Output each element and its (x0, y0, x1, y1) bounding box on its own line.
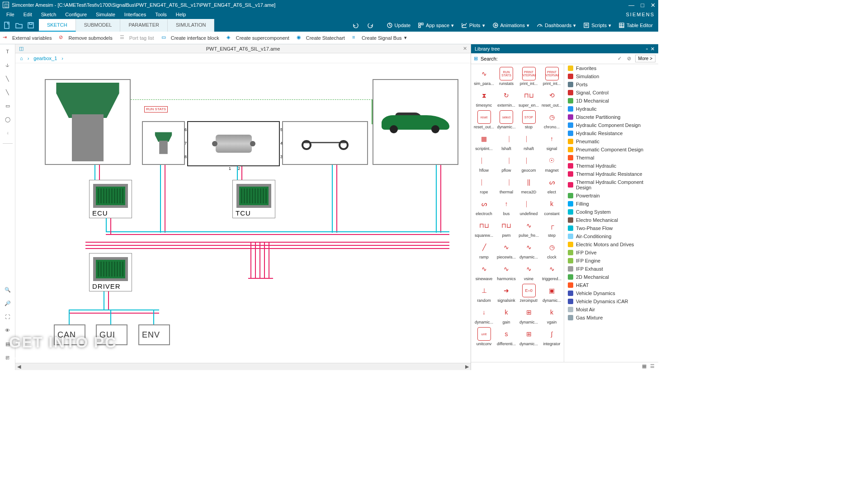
library-pin-icon[interactable]: ▫ (646, 46, 648, 52)
palette-item[interactable]: kconstant (541, 196, 563, 217)
save-icon[interactable] (25, 20, 36, 31)
remove-submodels-button[interactable]: ⊘Remove submodels (59, 34, 112, 42)
palette-item[interactable]: kgain (496, 305, 517, 325)
palette-item[interactable]: ⊓⊔squarew... (473, 218, 495, 239)
menu-configure[interactable]: Configure (61, 11, 90, 18)
ecu-block[interactable]: ECU (89, 180, 132, 218)
palette-item[interactable]: kvgain (541, 305, 563, 325)
category-item[interactable]: Thermal Hydraulic Component Design (564, 178, 658, 192)
menu-interfaces[interactable]: Interfaces (121, 11, 150, 18)
rect-tool-icon[interactable]: ▭ (3, 101, 12, 110)
palette-item[interactable]: ⟲reset_out... (541, 88, 563, 108)
palette-item[interactable]: ⎹thermal (496, 174, 517, 195)
mode-sketch[interactable]: SKETCH (39, 19, 76, 32)
category-item[interactable]: Pneumatic (564, 137, 658, 145)
menu-file[interactable]: File (3, 11, 18, 18)
zoom-fit-icon[interactable]: ⛶ (3, 312, 12, 321)
new-file-icon[interactable] (2, 20, 13, 31)
scripts-button[interactable]: Scripts ▾ (580, 21, 614, 30)
category-item[interactable]: Electro Mechanical (564, 216, 658, 224)
animations-button[interactable]: Animations ▾ (490, 21, 532, 30)
palette-item[interactable]: ↻externin... (496, 88, 517, 108)
category-item[interactable]: HEAT (564, 281, 658, 289)
palette-item[interactable]: ∿piecewis... (496, 239, 517, 260)
category-item[interactable]: Hydraulic Component Design (564, 121, 658, 129)
category-item[interactable]: Electric Motors and Drives (564, 240, 658, 249)
palette-item[interactable]: PRINT INTERVALprint_int... (518, 66, 540, 87)
palette-item[interactable]: ∿sim_para... (473, 66, 495, 87)
palette-item[interactable]: ∿vsine (518, 261, 540, 282)
line-tool-icon[interactable]: ╲ (3, 74, 12, 83)
category-item[interactable]: Thermal Hydraulic (564, 162, 658, 170)
palette-item[interactable]: unitunitconv (473, 326, 495, 347)
palette-item[interactable]: ⎹lshaft (496, 131, 517, 152)
chassis-block[interactable] (282, 121, 368, 165)
zoom-out-icon[interactable]: 🔎 (3, 299, 12, 308)
palette-item[interactable]: ⊞dynamic... (518, 326, 540, 347)
text-tool-icon[interactable]: T (3, 47, 12, 56)
library-view-list-icon[interactable]: ☰ (650, 363, 655, 369)
palette-item[interactable]: ⎸geocom (518, 153, 540, 174)
palette-item[interactable]: E=0zeroinput! (518, 283, 540, 304)
create-interface-block-button[interactable]: ▭Create interface block (161, 34, 219, 42)
category-item[interactable]: Two-Phase Flow (564, 224, 658, 232)
category-item[interactable]: Moist Air (564, 305, 658, 314)
category-item[interactable]: 1D Mechanical (564, 97, 658, 105)
palette-item[interactable]: selectdynamic... (496, 109, 517, 130)
scroll-right-icon[interactable]: ▶ (463, 364, 471, 370)
palette-item[interactable]: ┌step (541, 218, 563, 239)
palette-item[interactable]: ⊓⊔pwm (496, 218, 517, 239)
library-view-grid-icon[interactable]: ▦ (642, 363, 646, 369)
category-item[interactable]: Vehicle Dynamics (564, 289, 658, 297)
vehicle-block[interactable] (373, 79, 458, 165)
category-item[interactable]: Filling (564, 200, 658, 208)
category-item[interactable]: Vehicle Dynamics iCAR (564, 297, 658, 305)
redo-button[interactable] (364, 20, 377, 30)
open-file-icon[interactable] (14, 20, 24, 31)
palette-item[interactable]: PRINT INTERVALprint_int... (541, 66, 563, 87)
category-item[interactable]: IFP Exhaust (564, 265, 658, 273)
palette-item[interactable]: ◷chrono... (541, 109, 563, 130)
menu-tools[interactable]: Tools (151, 11, 170, 18)
palette-item[interactable]: ▣dynamic... (541, 283, 563, 304)
palette-item[interactable]: ⎸undefined (518, 196, 540, 217)
canvas[interactable]: RUN STATS 6 7 8 5 4 3 1 2 (15, 63, 471, 370)
polyline-tool-icon[interactable]: ╲ (3, 88, 12, 97)
palette-item[interactable]: ∿sinewave (473, 261, 495, 282)
category-item[interactable]: IFP Drive (564, 249, 658, 257)
create-statechart-button[interactable]: ◉Create Statechart (297, 34, 345, 42)
palette-item[interactable]: ᔕelectroch (473, 196, 495, 217)
menu-help[interactable]: Help (172, 11, 190, 18)
menu-simulate[interactable]: Simulate (92, 11, 119, 18)
palette-item[interactable]: ⎹pflow (496, 153, 517, 174)
palette-item[interactable]: sdifferenti... (496, 326, 517, 347)
category-item[interactable]: Thermal Hydraulic Resistance (564, 170, 658, 178)
port-tag-list-button[interactable]: ☰Port tag list (120, 34, 154, 42)
plots-button[interactable]: Plots ▾ (458, 21, 487, 30)
menu-sketch[interactable]: Sketch (38, 11, 60, 18)
close-button[interactable]: ✕ (651, 2, 656, 9)
category-item[interactable]: Discrete Partitioning (564, 113, 658, 121)
palette-item[interactable]: ∿dynamic... (518, 239, 540, 260)
ellipse-tool-icon[interactable]: ◯ (3, 115, 12, 124)
palette-item[interactable]: ⧗timesync (473, 88, 495, 108)
library-close-icon[interactable]: ✕ (651, 46, 655, 52)
palette-item[interactable]: ∿pulse_fre... (518, 218, 540, 239)
create-signal-bus-button[interactable]: ≡Create Signal Bus ▾ (352, 34, 407, 42)
palette-item[interactable]: ╱ramp (473, 239, 495, 260)
library-tree-icon[interactable]: ⊞ (474, 56, 478, 61)
minimize-button[interactable]: — (628, 2, 634, 9)
small-engine-block[interactable] (142, 121, 185, 165)
engine-block[interactable] (45, 79, 131, 165)
palette-item[interactable]: ⎸hflow (473, 153, 495, 174)
category-item[interactable]: Cooling System (564, 208, 658, 216)
scroll-left-icon[interactable]: ◀ (15, 364, 23, 370)
image-tool-icon[interactable]: ⫝ (3, 61, 12, 70)
palette-item[interactable]: ▦scriptint... (473, 131, 495, 152)
can-block[interactable]: CAN (54, 324, 85, 345)
category-item[interactable]: Air-Conditioning (564, 232, 658, 240)
component-palette[interactable]: ∿sim_para...RUN STATSrunstatsPRINT INTER… (471, 64, 564, 362)
menu-edit[interactable]: Edit (20, 11, 36, 18)
palette-item[interactable]: resetreset_out... (473, 109, 495, 130)
palette-item[interactable]: STOPstop (518, 109, 540, 130)
